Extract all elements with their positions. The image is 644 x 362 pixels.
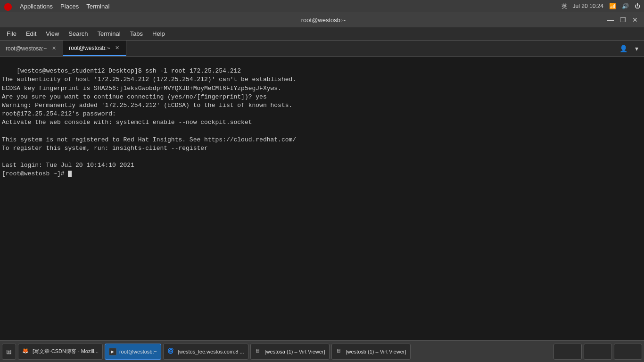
taskbar-item-virt-a[interactable]: 🖥 [westosa (1) – Virt Viewer]	[250, 344, 330, 360]
taskbar-virt-a-label: [westosa (1) – Virt Viewer]	[265, 349, 325, 354]
menu-tabs[interactable]: Tabs	[125, 28, 148, 39]
window-controls: — ❐ ✕	[605, 15, 640, 25]
close-button[interactable]: ✕	[630, 15, 640, 25]
terminal-menu[interactable]: Terminal	[86, 3, 109, 10]
tab-westosa[interactable]: root@westosa:~ ✕	[0, 41, 63, 56]
tab-westosb[interactable]: root@westosb:~ ✕	[63, 41, 126, 56]
terminal-text: [westos@westos_student12 Desktop]$ ssh -…	[2, 67, 296, 177]
menu-file[interactable]: File	[2, 28, 21, 39]
taskbar-item-virt-b[interactable]: 🖥 [westosb (1) – Virt Viewer]	[331, 344, 411, 360]
taskbar-workspace-2[interactable]	[584, 344, 612, 360]
terminal-title: root@westosb:~	[41, 16, 605, 24]
applications-menu[interactable]: Applications	[20, 3, 53, 10]
menu-help[interactable]: Help	[148, 28, 170, 39]
taskbar-terminal-label: root@westosb:~	[119, 349, 157, 354]
tab-westosb-label: root@westosb:~	[69, 45, 110, 51]
taskbar: ⊞ 🦊 [写文章-CSDN博客 - Mozill... ▶ root@westo…	[0, 340, 644, 362]
places-menu[interactable]: Places	[60, 3, 79, 10]
maximize-button[interactable]: ❐	[618, 15, 628, 25]
cursor	[68, 171, 72, 177]
show-desktop-button[interactable]: ⊞	[2, 344, 16, 360]
tabs-bar: root@westosa:~ ✕ root@westosb:~ ✕ 👤 ▾	[0, 41, 644, 57]
taskbar-workspace-1[interactable]	[553, 344, 582, 360]
system-bar-right: 英 Jul 20 10:24 📶 🔊 ⏻	[561, 2, 640, 10]
power-icon: ⏻	[635, 3, 640, 9]
datetime-display: Jul 20 10:24	[573, 3, 603, 9]
wifi-icon: 📶	[609, 3, 616, 9]
terminal-content[interactable]: [westos@westos_student12 Desktop]$ ssh -…	[0, 57, 644, 340]
tab-end-controls: 👤 ▾	[618, 43, 644, 54]
westos-icon: 🌀	[167, 348, 175, 355]
menu-search[interactable]: Search	[64, 28, 92, 39]
tab-westosa-close[interactable]: ✕	[50, 45, 57, 52]
taskbar-item-westos[interactable]: 🌀 [westos_lee.westos.com:8 ...	[163, 344, 248, 360]
menu-edit[interactable]: Edit	[21, 28, 41, 39]
virt-b-icon: 🖥	[336, 348, 343, 355]
redhat-icon: ⬤	[4, 2, 12, 11]
terminal-taskbar-icon: ▶	[109, 348, 116, 355]
language-indicator[interactable]: 英	[561, 2, 567, 10]
taskbar-virt-b-label: [westosb (1) – Virt Viewer]	[346, 349, 406, 354]
system-bar-left: ⬤ Applications Places Terminal	[4, 2, 109, 11]
taskbar-item-terminal[interactable]: ▶ root@westosb:~	[105, 344, 161, 360]
taskbar-firefox-label: [写文章-CSDN博客 - Mozill...	[33, 348, 99, 355]
tab-dropdown-icon[interactable]: ▾	[631, 43, 642, 54]
menu-bar: File Edit View Search Terminal Tabs Help	[0, 27, 644, 41]
terminal-window: root@westosb:~ — ❐ ✕ File Edit View Sear…	[0, 12, 644, 340]
virt-a-icon: 🖥	[255, 348, 262, 355]
taskbar-westos-label: [westos_lee.westos.com:8 ...	[178, 349, 244, 354]
taskbar-workspace-3[interactable]	[614, 344, 642, 360]
taskbar-right-buttons	[553, 344, 642, 360]
tab-westosa-label: root@westosa:~	[6, 45, 47, 52]
system-bar: ⬤ Applications Places Terminal 英 Jul 20 …	[0, 0, 644, 12]
menu-view[interactable]: View	[41, 28, 64, 39]
volume-icon: 🔊	[622, 3, 629, 9]
minimize-button[interactable]: —	[605, 15, 616, 25]
tab-scroll-icon[interactable]: 👤	[618, 43, 629, 54]
tab-westosb-close[interactable]: ✕	[114, 45, 120, 51]
taskbar-item-firefox[interactable]: 🦊 [写文章-CSDN博客 - Mozill...	[18, 344, 103, 360]
menu-terminal[interactable]: Terminal	[93, 28, 125, 39]
terminal-titlebar: root@westosb:~ — ❐ ✕	[0, 12, 644, 27]
firefox-icon: 🦊	[22, 348, 30, 355]
